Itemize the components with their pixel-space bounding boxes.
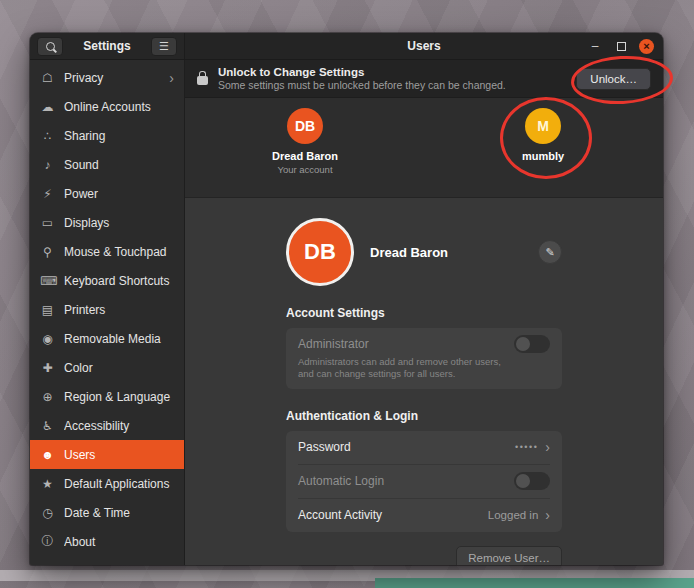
carousel-user-name: mumbly bbox=[522, 150, 564, 162]
wallpaper-green-band bbox=[375, 578, 694, 588]
sidebar-item-about[interactable]: ⓘ About bbox=[30, 527, 184, 556]
sidebar-item-displays[interactable]: ▭ Displays bbox=[30, 208, 184, 237]
automatic-login-toggle[interactable] bbox=[514, 472, 550, 490]
keyboard-icon: ⌨ bbox=[40, 274, 55, 288]
sidebar-item-online-accounts[interactable]: ☁ Online Accounts bbox=[30, 92, 184, 121]
page-title: Users bbox=[407, 39, 440, 53]
carousel-user-name: Dread Baron bbox=[272, 150, 338, 162]
automatic-login-row: Automatic Login bbox=[298, 464, 550, 498]
sidebar-item-power[interactable]: ⚡ Power bbox=[30, 179, 184, 208]
info-icon: ⓘ bbox=[40, 533, 55, 550]
authentication-header: Authentication & Login bbox=[286, 409, 562, 423]
search-icon bbox=[46, 42, 55, 51]
sidebar-item-mouse-touchpad[interactable]: ⚲ Mouse & Touchpad bbox=[30, 237, 184, 266]
clock-icon: ◷ bbox=[40, 506, 55, 520]
minimize-icon: – bbox=[592, 39, 599, 53]
toggle-knob bbox=[516, 337, 530, 351]
carousel-user-subtitle: Your account bbox=[277, 164, 332, 175]
close-button[interactable]: × bbox=[639, 39, 654, 54]
titlebar-main-section: Users – × bbox=[185, 33, 663, 60]
unlock-banner: Unlock to Change Settings Some settings … bbox=[185, 60, 663, 98]
pencil-icon: ✎ bbox=[545, 246, 554, 259]
account-settings-header: Account Settings bbox=[286, 306, 562, 320]
user-details: DB Dread Baron ✎ Account Settings Admini… bbox=[185, 198, 663, 565]
remove-user-button[interactable]: Remove User… bbox=[456, 546, 562, 565]
star-icon: ★ bbox=[40, 477, 55, 491]
sidebar-item-printers[interactable]: ▤ Printers bbox=[30, 295, 184, 324]
titlebar: Settings ☰ Users – × bbox=[30, 33, 663, 60]
app-title: Settings bbox=[83, 39, 130, 53]
sidebar-item-default-applications[interactable]: ★ Default Applications bbox=[30, 469, 184, 498]
carousel-user-dread-baron[interactable]: DB Dread Baron Your account bbox=[260, 108, 350, 175]
window-controls: – × bbox=[587, 33, 654, 59]
mouse-icon: ⚲ bbox=[40, 245, 55, 259]
profile-name: Dread Baron bbox=[370, 245, 538, 260]
sidebar: ☖ Privacy › ☁ Online Accounts ∴ Sharing … bbox=[30, 60, 185, 565]
minimize-button[interactable]: – bbox=[587, 38, 603, 54]
settings-window: Settings ☰ Users – × bbox=[30, 33, 663, 565]
power-icon: ⚡ bbox=[40, 187, 55, 201]
sidebar-item-keyboard-shortcuts[interactable]: ⌨ Keyboard Shortcuts bbox=[30, 266, 184, 295]
sidebar-item-color[interactable]: ✚ Color bbox=[30, 353, 184, 382]
administrator-description: Administrators can add and remove other … bbox=[298, 356, 510, 381]
sidebar-item-privacy[interactable]: ☖ Privacy › bbox=[30, 63, 184, 92]
globe-icon: ⊕ bbox=[40, 390, 55, 404]
unlock-title: Unlock to Change Settings bbox=[218, 66, 506, 78]
accessibility-icon: ♿ bbox=[40, 419, 55, 433]
carousel-user-mumbly[interactable]: M mumbly bbox=[498, 108, 588, 162]
chevron-right-icon: › bbox=[545, 440, 550, 454]
password-label: Password bbox=[298, 440, 351, 454]
users-panel: Unlock to Change Settings Some settings … bbox=[185, 60, 663, 565]
sidebar-item-removable-media[interactable]: ◉ Removable Media bbox=[30, 324, 184, 353]
sidebar-item-users[interactable]: ☻ Users bbox=[30, 440, 184, 469]
maximize-button[interactable] bbox=[613, 38, 629, 54]
profile-avatar[interactable]: DB bbox=[286, 218, 354, 286]
unlock-subtitle: Some settings must be unlocked before th… bbox=[218, 79, 506, 91]
unlock-text: Unlock to Change Settings Some settings … bbox=[218, 66, 506, 91]
automatic-login-label: Automatic Login bbox=[298, 474, 384, 488]
account-activity-row[interactable]: Account Activity Logged in › bbox=[298, 498, 550, 532]
printer-icon: ▤ bbox=[40, 303, 55, 317]
displays-icon: ▭ bbox=[40, 216, 55, 230]
sidebar-item-sharing[interactable]: ∴ Sharing bbox=[30, 121, 184, 150]
toggle-knob bbox=[516, 474, 530, 488]
sharing-icon: ∴ bbox=[40, 129, 55, 143]
authentication-card: Password ••••• › Automatic Login bbox=[286, 431, 562, 532]
sidebar-item-sound[interactable]: ♪ Sound bbox=[30, 150, 184, 179]
sidebar-item-date-time[interactable]: ◷ Date & Time bbox=[30, 498, 184, 527]
titlebar-sidebar-section: Settings ☰ bbox=[30, 33, 185, 60]
lock-icon bbox=[197, 76, 208, 85]
account-activity-label: Account Activity bbox=[298, 508, 382, 522]
administrator-card: Administrator Administrators can add and… bbox=[286, 328, 562, 389]
user-carousel: DB Dread Baron Your account M mumbly bbox=[185, 98, 663, 198]
password-row[interactable]: Password ••••• › bbox=[298, 431, 550, 464]
sidebar-item-accessibility[interactable]: ♿ Accessibility bbox=[30, 411, 184, 440]
hamburger-icon: ☰ bbox=[159, 40, 169, 53]
administrator-label: Administrator bbox=[298, 337, 369, 351]
menu-button[interactable]: ☰ bbox=[151, 37, 177, 56]
desktop-background: Settings ☰ Users – × bbox=[0, 0, 694, 588]
avatar-mumbly: M bbox=[525, 108, 561, 144]
avatar-dread-baron: DB bbox=[287, 108, 323, 144]
maximize-icon bbox=[617, 42, 626, 51]
search-button[interactable] bbox=[37, 37, 63, 56]
password-value: ••••• bbox=[515, 442, 538, 452]
users-icon: ☻ bbox=[40, 448, 55, 462]
profile-header: DB Dread Baron ✎ bbox=[286, 218, 562, 286]
chevron-right-icon: › bbox=[545, 508, 550, 522]
close-icon: × bbox=[643, 40, 649, 52]
online-accounts-icon: ☁ bbox=[40, 100, 55, 114]
administrator-toggle[interactable] bbox=[514, 335, 550, 353]
sidebar-item-region-language[interactable]: ⊕ Region & Language bbox=[30, 382, 184, 411]
privacy-icon: ☖ bbox=[40, 71, 55, 85]
account-activity-value: Logged in bbox=[488, 509, 539, 521]
edit-name-button[interactable]: ✎ bbox=[538, 240, 562, 264]
color-icon: ✚ bbox=[40, 361, 55, 375]
removable-media-icon: ◉ bbox=[40, 332, 55, 346]
unlock-button[interactable]: Unlock… bbox=[576, 68, 651, 90]
chevron-right-icon: › bbox=[169, 71, 174, 85]
sound-icon: ♪ bbox=[40, 158, 55, 172]
